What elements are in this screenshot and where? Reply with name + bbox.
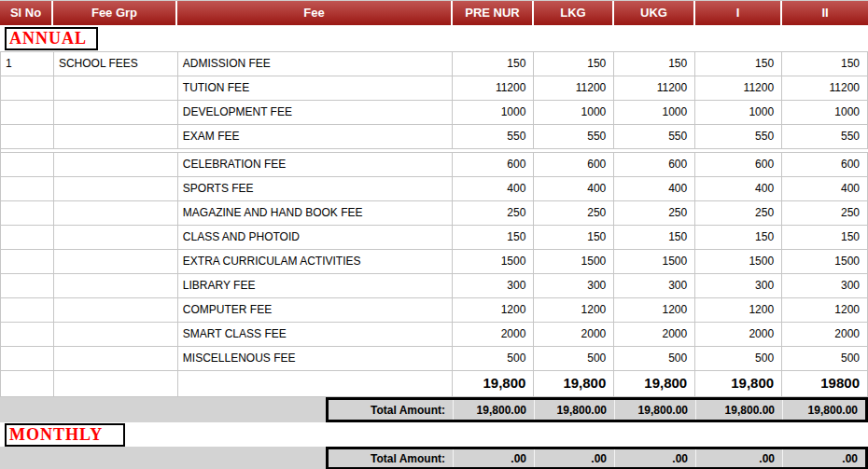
feegrp-cell [54,298,178,323]
subtotal-value: 19,800 [534,371,614,397]
value-cell: 150 [614,52,695,76]
subtotal-value: 19,800 [614,371,695,397]
value-cell: 550 [453,125,534,149]
total-value: .00 [453,449,534,467]
slno-cell [1,226,54,250]
table-row: MISCELLENOUS FEE 500 500 500 500 500 [1,347,868,371]
value-cell: 250 [614,201,695,226]
feegrp-cell [54,76,178,101]
table-row: TUTION FEE 11200 11200 11200 11200 11200 [1,76,868,101]
value-cell: 300 [782,274,868,298]
fee-name-cell: CELEBRATION FEE [178,153,454,177]
value-cell: 1000 [614,101,695,125]
total-row-spacer [0,397,326,422]
fee-name-cell: EXAM FEE [178,125,454,149]
slno-cell [1,298,54,323]
column-header-lkg: LKG [534,1,614,25]
annual-section-band: ANNUAL [0,25,868,51]
subtotal-value: 19,800 [453,371,534,397]
column-header-ii: II [782,1,868,25]
value-cell: 550 [695,125,782,149]
value-cell: 500 [614,347,695,371]
slno-cell [1,274,54,298]
total-value: .00 [695,449,782,467]
subtotal-row: 19,800 19,800 19,800 19,800 19800 [1,371,868,397]
table-row: LIBRARY FEE 300 300 300 300 300 [1,274,868,298]
value-cell: 1500 [534,250,614,274]
value-cell: 600 [614,153,695,177]
feegrp-cell [54,274,178,298]
fee-name-cell: SMART CLASS FEE [178,323,454,347]
fee-name-cell [178,371,454,397]
fee-table-body: 1 SCHOOL FEES ADMISSION FEE 150 150 150 … [0,51,868,397]
value-cell: 400 [534,177,614,201]
slno-cell [1,250,54,274]
value-cell: 1500 [695,250,782,274]
feegrp-cell: SCHOOL FEES [54,52,178,76]
value-cell: 1500 [614,250,695,274]
slno-cell [1,201,54,226]
feegrp-cell [54,226,178,250]
value-cell: 150 [695,52,782,76]
value-cell: 1200 [534,298,614,323]
fee-name-cell: LIBRARY FEE [178,274,454,298]
feegrp-cell [54,347,178,371]
feegrp-cell [54,250,178,274]
monthly-section-band: MONTHLY [0,422,868,447]
column-header-ukg: UKG [614,1,695,25]
subtotal-value: 19,800 [695,371,782,397]
feegrp-cell [54,177,178,201]
value-cell: 1000 [695,101,782,125]
value-cell: 500 [782,347,868,371]
value-cell: 600 [782,153,868,177]
table-row: EXAM FEE 550 550 550 550 550 [1,125,868,149]
fee-name-cell: TUTION FEE [178,76,454,101]
total-row-spacer [0,447,326,469]
fee-structure-report: Sl No Fee Grp Fee PRE NUR LKG UKG I II A… [0,0,868,469]
table-row: 1 SCHOOL FEES ADMISSION FEE 150 150 150 … [1,52,868,76]
slno-cell [1,76,54,101]
value-cell: 550 [614,125,695,149]
total-value: .00 [534,449,614,467]
table-row: SMART CLASS FEE 2000 2000 2000 2000 2000 [1,323,868,347]
value-cell: 1000 [534,101,614,125]
total-value: 19,800.00 [695,400,782,420]
value-cell: 300 [453,274,534,298]
value-cell: 550 [782,125,868,149]
table-row: CELEBRATION FEE 600 600 600 600 600 [1,153,868,177]
value-cell: 150 [782,226,868,250]
value-cell: 150 [614,226,695,250]
value-cell: 600 [534,153,614,177]
value-cell: 2000 [614,323,695,347]
value-cell: 11200 [534,76,614,101]
value-cell: 150 [453,52,534,76]
value-cell: 250 [782,201,868,226]
fee-name-cell: DEVELOPMENT FEE [178,101,454,125]
feegrp-cell [54,153,178,177]
feegrp-cell [54,101,178,125]
total-value: 19,800.00 [534,400,614,420]
annual-total-row: Total Amount: 19,800.00 19,800.00 19,800… [0,397,868,422]
value-cell: 500 [534,347,614,371]
monthly-total-box: Total Amount: .00 .00 .00 .00 .00 [326,447,868,469]
column-header-feegrp: Fee Grp [53,1,177,25]
value-cell: 1200 [453,298,534,323]
total-value: .00 [782,449,865,467]
value-cell: 11200 [453,76,534,101]
fee-name-cell: CLASS AND PHOTOID [178,226,454,250]
column-header-slno: Sl No [0,1,53,25]
slno-cell: 1 [1,52,54,76]
column-header-i: I [695,1,782,25]
monthly-total-row: Total Amount: .00 .00 .00 .00 .00 [0,447,868,469]
table-row: CLASS AND PHOTOID 150 150 150 150 150 [1,226,868,250]
value-cell: 2000 [453,323,534,347]
total-amount-label: Total Amount: [329,449,453,467]
slno-cell [1,101,54,125]
subtotal-value: 19800 [782,371,868,397]
value-cell: 550 [534,125,614,149]
fee-name-cell: EXTRA CURRICULAM ACTIVITIES [178,250,454,274]
table-row: DEVELOPMENT FEE 1000 1000 1000 1000 1000 [1,101,868,125]
feegrp-cell [54,125,178,149]
value-cell: 1200 [614,298,695,323]
value-cell: 1000 [782,101,868,125]
